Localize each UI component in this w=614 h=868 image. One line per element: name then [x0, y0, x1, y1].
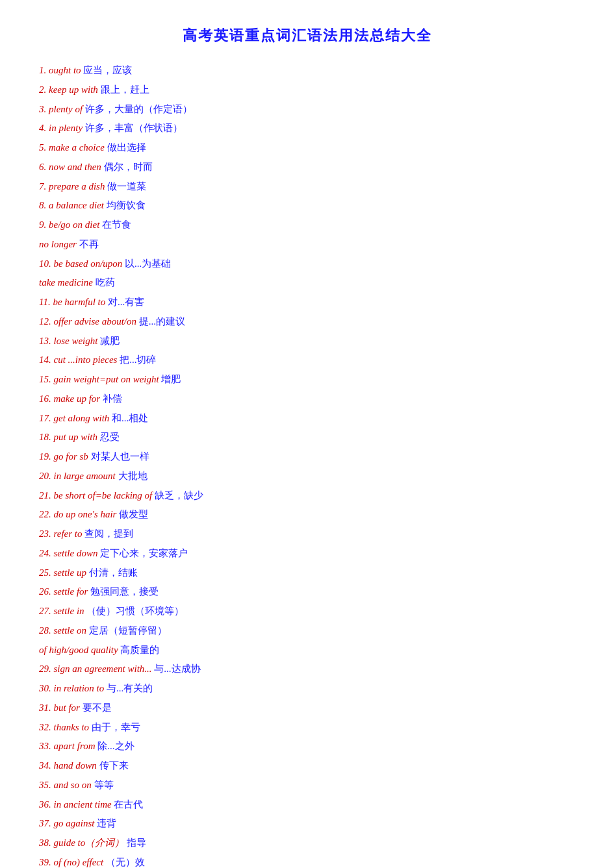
list-item: 27. settle in （使）习惯（环境等） [39, 602, 575, 621]
list-item: 1. ought to 应当，应该 [39, 61, 575, 81]
list-item: 31. but for 要不是 [39, 699, 575, 718]
list-item: 33. apart from 除...之外 [39, 737, 575, 756]
list-item: 8. a balance diet 均衡饮食 [39, 196, 575, 216]
list-item: 13. lose weight 减肥 [39, 332, 575, 351]
list-item: 17. get along with 和...相处 [39, 409, 575, 428]
list-item: 23. refer to 查阅，提到 [39, 525, 575, 544]
list-item: 7. prepare a dish 做一道菜 [39, 177, 575, 197]
list-item: 6. now and then 偶尔，时而 [39, 158, 575, 177]
list-item: 11. be harmful to 对...有害 [39, 293, 575, 312]
list-sub-item: no longer 不再 [39, 235, 575, 254]
list-item: 20. in large amount 大批地 [39, 467, 575, 486]
list-item: 29. sign an agreement with... 与...达成协 [39, 660, 575, 679]
phrase-list: 1. ought to 应当，应该 2. keep up with 跟上，赶上 … [39, 61, 575, 868]
list-unnumbered-item: of high/good quality 高质量的 [39, 641, 575, 660]
list-item: 21. be short of=be lacking of 缺乏，缺少 [39, 486, 575, 506]
content-area: 1. ought to 应当，应该 2. keep up with 跟上，赶上 … [39, 61, 575, 868]
list-item: 14. cut ...into pieces 把...切碎 [39, 351, 575, 370]
list-sub-item: take medicine 吃药 [39, 273, 575, 293]
list-item: 37. go against 违背 [39, 814, 575, 834]
list-item: 16. make up for 补偿 [39, 390, 575, 409]
list-item: 39. of (no) effect （无）效 [39, 853, 575, 868]
list-item: 28. settle on 定居（短暂停留） [39, 621, 575, 641]
list-item: 30. in relation to 与...有关的 [39, 679, 575, 699]
list-item: 34. hand down 传下来 [39, 756, 575, 776]
list-item: 2. keep up with 跟上，赶上 [39, 81, 575, 100]
list-item: 4. in plenty 许多，丰富（作状语） [39, 119, 575, 138]
list-item: 9. be/go on diet 在节食 [39, 216, 575, 235]
list-item: 3. plenty of 许多，大量的（作定语） [39, 100, 575, 119]
list-item: 5. make a choice 做出选择 [39, 138, 575, 158]
list-item: 10. be based on/upon 以...为基础 [39, 254, 575, 274]
list-item: 12. offer advise about/on 提...的建议 [39, 312, 575, 332]
list-item: 15. gain weight=put on weight 增肥 [39, 370, 575, 390]
list-item: 19. go for sb 对某人也一样 [39, 447, 575, 467]
list-item: 25. settle up 付清，结账 [39, 564, 575, 583]
list-item: 24. settle down 定下心来，安家落户 [39, 544, 575, 564]
list-item: 36. in ancient time 在古代 [39, 795, 575, 815]
list-item: 22. do up one's hair 做发型 [39, 505, 575, 525]
page-title: 高考英语重点词汇语法用法总结大全 [39, 26, 575, 45]
list-item: 26. settle for 勉强同意，接受 [39, 582, 575, 602]
list-item: 32. thanks to 由于，幸亏 [39, 718, 575, 738]
list-item: 18. put up with 忍受 [39, 428, 575, 447]
list-item: 38. guide to（介词） 指导 [39, 834, 575, 853]
list-item: 35. and so on 等等 [39, 776, 575, 795]
